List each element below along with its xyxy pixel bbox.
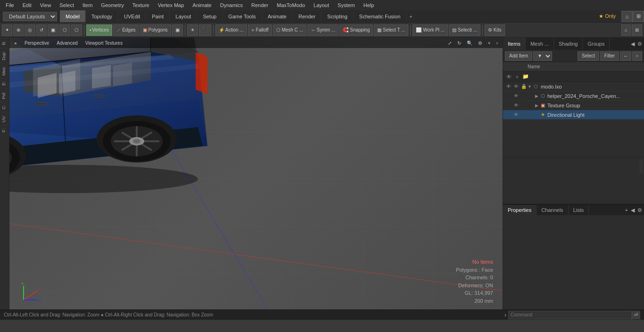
- layout-home-btn[interactable]: ⌂: [621, 11, 633, 22]
- tb-kits[interactable]: ⚙ Kits: [485, 24, 504, 36]
- expand-modo[interactable]: ▼: [528, 84, 532, 89]
- layout-star-only[interactable]: ★ Only: [595, 12, 619, 20]
- tab-lists[interactable]: Lists: [569, 205, 589, 215]
- menu-edit[interactable]: Edit: [19, 1, 35, 9]
- sidebar-tab-mesh[interactable]: Mes:: [0, 63, 9, 79]
- tb-snapping[interactable]: 🧲 Snapping: [339, 24, 373, 36]
- sidebar-tab-pol[interactable]: Pol:: [0, 89, 9, 102]
- prop-collapse-btn[interactable]: ◀: [631, 207, 635, 213]
- items-icon-add[interactable]: +: [513, 73, 521, 81]
- tb-work-pl[interactable]: ⬜ Work Pl ...: [413, 24, 448, 36]
- vp-perspective[interactable]: Perspective: [23, 40, 51, 46]
- tb-hex2[interactable]: ⬡: [71, 24, 82, 36]
- tab-schematic-fusion[interactable]: Schematic Fusion: [354, 10, 406, 22]
- menu-select[interactable]: Select: [56, 1, 78, 9]
- tab-game-tools[interactable]: Game Tools: [223, 10, 262, 22]
- tb-select-tool[interactable]: ✦: [2, 24, 12, 36]
- tb-transform[interactable]: ↺: [36, 24, 47, 36]
- menu-render[interactable]: Render: [248, 1, 272, 9]
- tb-symm[interactable]: ↔ Symm ...: [307, 24, 339, 36]
- eye-modo[interactable]: 👁: [505, 83, 512, 90]
- sidebar-tab-b[interactable]: B:: [0, 38, 9, 48]
- tab-items[interactable]: Items: [503, 38, 526, 50]
- eye-helper[interactable]: 👁: [512, 92, 520, 100]
- tab-model[interactable]: Model: [60, 10, 86, 22]
- add-item-btn[interactable]: Add Item: [505, 51, 532, 61]
- viewport[interactable]: ● Perspective Advanced Viewport Textures…: [9, 38, 503, 309]
- menu-dynamics[interactable]: Dynamics: [216, 1, 247, 9]
- items-filter-btn[interactable]: Filter: [600, 51, 619, 61]
- tab-render[interactable]: Render: [293, 10, 322, 22]
- vp-maximize[interactable]: ⤢: [446, 40, 454, 46]
- tb-view-home[interactable]: ⌂: [621, 24, 631, 36]
- items-minus-btn[interactable]: –: [620, 51, 631, 61]
- tab-properties[interactable]: Properties: [503, 205, 537, 215]
- vp-dot[interactable]: ●: [12, 40, 19, 46]
- items-scrollbar[interactable]: [639, 159, 643, 173]
- menu-maxtomodo[interactable]: MaxToModo: [273, 1, 309, 9]
- menu-file[interactable]: File: [2, 1, 18, 9]
- tab-groups[interactable]: Groups: [583, 38, 610, 50]
- tb-select-t[interactable]: ▦ Select T ...: [374, 24, 408, 36]
- tab-topology[interactable]: Topology: [86, 10, 118, 22]
- menu-animate[interactable]: Animate: [189, 1, 215, 9]
- right-tab-gear[interactable]: ⚙: [637, 41, 642, 47]
- tb-mesh-c[interactable]: ⬡ Mesh C ...: [273, 24, 306, 36]
- menu-system[interactable]: System: [334, 1, 359, 9]
- prop-plus-btn[interactable]: +: [623, 207, 630, 213]
- list-item-dir-light[interactable]: 👁 ▶ ☀ Directional Light: [503, 110, 644, 120]
- vp-refresh[interactable]: ↻: [455, 40, 463, 46]
- status-arrow[interactable]: ›: [504, 312, 506, 318]
- tab-mesh[interactable]: Mesh ...: [526, 38, 554, 50]
- sidebar-tab-dup[interactable]: Dup:: [0, 48, 9, 63]
- expand-helper[interactable]: ▶: [535, 94, 538, 98]
- tb-box[interactable]: ▣: [48, 24, 58, 36]
- sidebar-tab-f[interactable]: F:: [0, 125, 9, 135]
- tb-shade-dark[interactable]: ⬛: [199, 24, 211, 36]
- tb-select-mode[interactable]: ▣: [172, 24, 183, 36]
- eye-texture[interactable]: 👁: [512, 102, 520, 109]
- tb-view-grid[interactable]: ⊞: [632, 24, 642, 36]
- command-input-field[interactable]: [509, 312, 632, 317]
- tb-selecti[interactable]: ▤ Selecti ...: [449, 24, 480, 36]
- vp-chevron[interactable]: ›: [495, 40, 500, 46]
- list-item-modo[interactable]: 👁 👁 🔒 ▼ ⬡ modo.lxo: [503, 82, 644, 91]
- vp-gear[interactable]: ⚙: [476, 40, 484, 46]
- layout-dropdown[interactable]: Default Layouts: [3, 12, 57, 21]
- eye-dirlight[interactable]: 👁: [512, 111, 520, 119]
- lock-modo[interactable]: 🔒: [520, 83, 528, 90]
- list-item-helper[interactable]: 👁 ▶ ⬡ helper_2024_Porsche_Cayen...: [503, 91, 644, 101]
- tb-falloff[interactable]: ⟡ Falloff: [248, 24, 272, 36]
- expand-texture[interactable]: ▶: [535, 103, 538, 108]
- tb-light-shade[interactable]: ☀: [187, 24, 198, 36]
- menu-help[interactable]: Help: [360, 1, 378, 9]
- sidebar-tab-uv[interactable]: UV:: [0, 112, 9, 125]
- tb-vertices[interactable]: ▪ Vertices: [86, 24, 112, 36]
- menu-texture[interactable]: Texture: [129, 1, 153, 9]
- tb-hex1[interactable]: ⬡: [59, 24, 70, 36]
- menu-view[interactable]: View: [36, 1, 55, 9]
- add-item-dropdown[interactable]: ▼: [533, 51, 552, 61]
- tb-snap-circle[interactable]: ◎: [25, 24, 35, 36]
- menu-layout[interactable]: Layout: [310, 1, 333, 9]
- tab-layout[interactable]: Layout: [170, 10, 197, 22]
- tb-polygons[interactable]: ▣ Polygons: [140, 24, 171, 36]
- vp-advanced[interactable]: Advanced: [55, 40, 79, 46]
- vp-textures[interactable]: Viewport Textures: [83, 40, 124, 46]
- items-expand-btn[interactable]: ›: [632, 51, 642, 61]
- list-item-texture-group[interactable]: 👁 ▶ ▣ Texture Group: [503, 101, 644, 110]
- vp-plus[interactable]: +: [486, 40, 493, 46]
- tb-origin[interactable]: ⊕: [13, 24, 24, 36]
- tab-scripting[interactable]: Scripting: [322, 10, 354, 22]
- command-run-btn[interactable]: ⏎: [632, 311, 640, 319]
- items-select-btn[interactable]: Select: [578, 51, 599, 61]
- tab-shading[interactable]: Shading: [554, 38, 583, 50]
- tb-edges[interactable]: ⟋ Edges: [113, 24, 139, 36]
- tab-animate[interactable]: Animate: [262, 10, 293, 22]
- layout-grid-btn[interactable]: ⊞: [633, 11, 644, 22]
- sidebar-tab-c[interactable]: C:: [0, 102, 9, 112]
- tab-setup[interactable]: Setup: [197, 10, 223, 22]
- tab-paint[interactable]: Paint: [146, 10, 170, 22]
- vis-modo[interactable]: 👁: [512, 83, 520, 90]
- items-icon-folder[interactable]: 📁: [522, 73, 529, 81]
